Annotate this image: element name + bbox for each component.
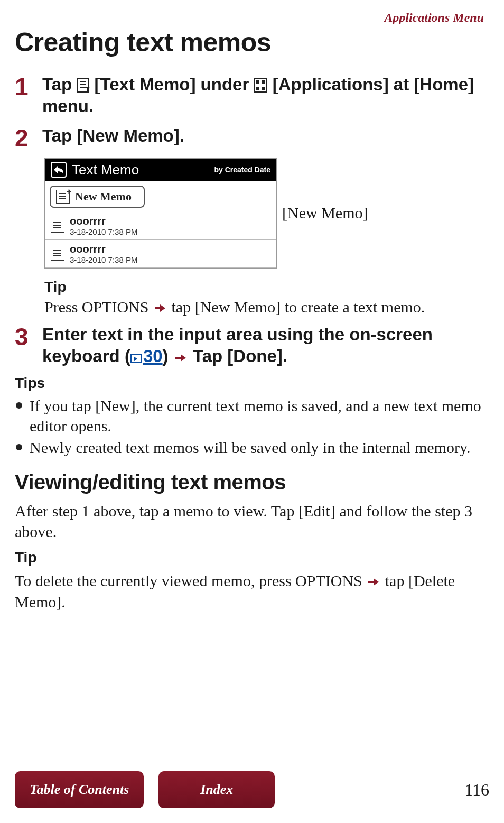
screenshot-titlebar: Text Memoby Created Date [45, 159, 276, 181]
screenshot-sort: by Created Date [214, 165, 270, 174]
step-text: Enter text in the input area using the o… [42, 323, 489, 368]
memo-row: ooorrrr3-18-2010 7:38 PM [45, 240, 276, 268]
step-number: 3 [15, 323, 42, 368]
index-button[interactable]: Index [158, 771, 275, 808]
arrow-right-icon [368, 571, 379, 591]
memo-date: 3-18-2010 7:38 PM [70, 255, 137, 264]
new-memo-button: New Memo [50, 186, 145, 208]
screenshot: Text Memoby Created DateNew Memoooorrrr3… [44, 158, 277, 269]
step-2: 2Tap [New Memo]. [15, 125, 489, 150]
screenshot-figure: Text Memoby Created DateNew Memoooorrrr3… [44, 158, 489, 269]
tip-body: Press OPTIONS tap [New Memo] to create a… [44, 298, 489, 317]
memo-row: ooorrrr3-18-2010 7:38 PM [45, 212, 276, 240]
sub-body: After step 1 above, tap a memo to view. … [15, 501, 489, 542]
memo-icon [51, 219, 64, 233]
tip-heading: Tip [44, 279, 489, 295]
sub-heading: Viewing/editing text memos [15, 470, 489, 494]
memo-date: 3-18-2010 7:38 PM [70, 227, 137, 236]
memo-title: ooorrrr [70, 215, 137, 227]
page-ref-icon [130, 354, 142, 363]
memo-icon [51, 247, 64, 261]
screenshot-title: Text Memo [72, 162, 214, 178]
step-1: 1Tap [Text Memo] under [Applications] at… [15, 73, 489, 117]
tips-list: If you tap [New], the current text memo … [15, 396, 489, 458]
applications-icon [254, 78, 267, 93]
tip2-body: To delete the currently viewed memo, pre… [15, 570, 489, 612]
page-number: 116 [464, 780, 489, 800]
tips-heading: Tips [15, 375, 489, 392]
text-memo-icon [77, 78, 89, 93]
new-memo-icon [56, 190, 70, 204]
step-text: Tap [Text Memo] under [Applications] at … [42, 73, 489, 117]
bottom-nav: Table of Contents Index 116 [15, 771, 489, 808]
new-memo-label: New Memo [75, 190, 132, 204]
page-link[interactable]: 30 [143, 346, 163, 366]
step-3: 3Enter text in the input area using the … [15, 323, 489, 368]
toc-button[interactable]: Table of Contents [15, 771, 144, 808]
arrow-right-icon [175, 346, 186, 367]
tip2-heading: Tip [15, 549, 489, 566]
back-icon [51, 162, 67, 178]
header-section-link[interactable]: Applications Menu [15, 11, 489, 25]
tip-item: If you tap [New], the current text memo … [15, 396, 489, 436]
arrow-right-icon [155, 298, 165, 317]
step-number: 2 [15, 125, 42, 150]
tip-item: Newly created text memos will be saved o… [15, 438, 489, 458]
page-title: Creating text memos [15, 27, 489, 58]
callout: [New Memo] [276, 204, 368, 222]
step-number: 1 [15, 73, 42, 117]
step-text: Tap [New Memo]. [42, 125, 489, 150]
callout-label: [New Memo] [282, 204, 368, 222]
memo-title: ooorrrr [70, 243, 137, 255]
